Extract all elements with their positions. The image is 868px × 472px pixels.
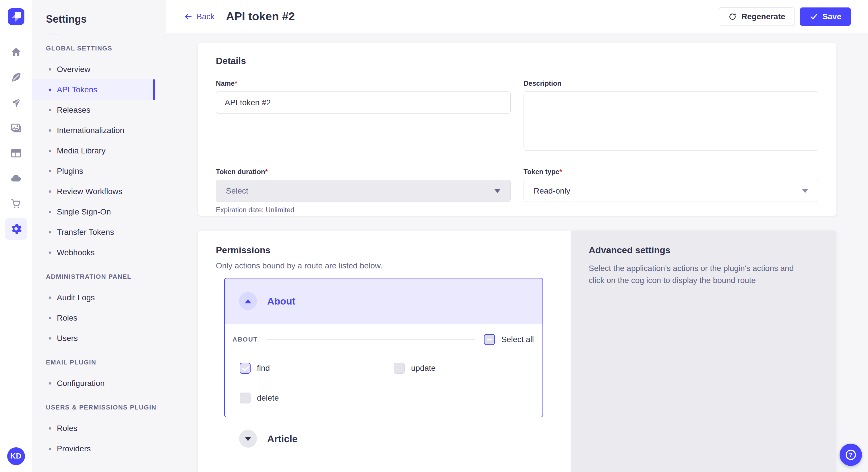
- page-header: Back API token #2 Regenerate Save: [166, 0, 868, 33]
- save-button[interactable]: Save: [800, 7, 851, 26]
- update-label: update: [411, 364, 436, 373]
- cart-icon: [10, 198, 22, 210]
- about-accordion-header[interactable]: About: [225, 278, 542, 324]
- page-content: Details Name* Description Token duration…: [166, 33, 868, 472]
- bullet-icon: [49, 191, 51, 193]
- save-label: Save: [823, 12, 841, 21]
- permission-row-update: update: [394, 363, 534, 374]
- sidebar-item-single-sign-on[interactable]: Single Sign-On: [32, 202, 155, 222]
- sidebar-item-label: Providers: [57, 444, 91, 453]
- nav-marketplace-button[interactable]: [5, 193, 27, 214]
- bullet-icon: [49, 427, 51, 430]
- sidebar-item-email-configuration[interactable]: Configuration: [32, 373, 155, 394]
- sidebar-item-label: Transfer Tokens: [57, 228, 114, 237]
- select-all-label: Select all: [501, 335, 534, 344]
- advanced-settings-panel: Advanced settings Select the application…: [570, 231, 836, 472]
- permissions-card: Permissions Only actions bound by a rout…: [198, 231, 836, 472]
- bullet-icon: [49, 89, 51, 91]
- nav-deploy-button[interactable]: [5, 167, 27, 189]
- delete-label: delete: [257, 394, 279, 403]
- about-accordion: About ABOUT Select all: [224, 278, 543, 417]
- nav-content-button[interactable]: [5, 67, 27, 88]
- nav-media-button[interactable]: [5, 117, 27, 139]
- sidebar-item-label: Roles: [57, 424, 78, 433]
- bullet-icon: [49, 129, 51, 132]
- collapse-toggle[interactable]: [239, 292, 257, 310]
- nav-releases-button[interactable]: [5, 92, 27, 113]
- regenerate-button[interactable]: Regenerate: [719, 7, 795, 26]
- description-input[interactable]: [524, 92, 818, 150]
- expiration-helper-text: Expiration date: Unlimited: [216, 206, 510, 214]
- advanced-settings-description: Select the application's actions or the …: [589, 262, 810, 286]
- sidebar-item-media-library[interactable]: Media Library: [32, 140, 155, 161]
- section-label-global-settings: GLOBAL SETTINGS: [46, 45, 166, 52]
- sidebar-item-overview[interactable]: Overview: [32, 59, 155, 79]
- images-icon: [10, 122, 22, 134]
- about-section-label: ABOUT: [232, 336, 258, 343]
- description-label: Description: [524, 79, 818, 88]
- delete-checkbox[interactable]: [240, 393, 251, 403]
- bullet-icon: [49, 337, 51, 339]
- sidebar-item-up-providers[interactable]: Providers: [32, 438, 155, 459]
- bullet-icon: [49, 251, 51, 254]
- nav-settings-button[interactable]: [5, 218, 27, 240]
- main-nav-rail: KD: [0, 0, 32, 472]
- permissions-heading: Permissions: [216, 245, 570, 256]
- nav-content-type-button[interactable]: [5, 142, 27, 164]
- sidebar-item-label: API Tokens: [57, 85, 97, 94]
- nav-home-button[interactable]: [5, 41, 27, 63]
- name-input[interactable]: [216, 92, 510, 113]
- gear-icon: [10, 223, 22, 235]
- sidebar-item-audit-logs[interactable]: Audit Logs: [32, 287, 155, 308]
- refresh-icon: [728, 12, 737, 21]
- article-accordion-header[interactable]: Article: [224, 430, 543, 448]
- sidebar-item-label: Configuration: [57, 379, 105, 388]
- sidebar-item-internationalization[interactable]: Internationalization: [32, 120, 155, 140]
- find-checkbox[interactable]: [240, 363, 251, 374]
- bullet-icon: [49, 231, 51, 233]
- expand-toggle[interactable]: [239, 430, 257, 448]
- advanced-settings-heading: Advanced settings: [589, 245, 810, 256]
- description-field-group: Description: [524, 79, 818, 152]
- sidebar-item-admin-roles[interactable]: Roles: [32, 308, 155, 328]
- token-type-select[interactable]: Read-only: [524, 180, 818, 202]
- required-asterisk: *: [265, 168, 268, 175]
- section-divider: [266, 339, 475, 340]
- sidebar-item-admin-users[interactable]: Users: [32, 328, 155, 348]
- bullet-icon: [49, 382, 51, 384]
- chevron-up-icon: [245, 299, 251, 303]
- token-type-value: Read-only: [534, 187, 570, 196]
- sidebar-item-plugins[interactable]: Plugins: [32, 161, 155, 181]
- details-heading: Details: [216, 56, 818, 66]
- permission-row-find: find: [240, 363, 394, 374]
- token-duration-select[interactable]: Select: [216, 180, 510, 202]
- sidebar-item-transfer-tokens[interactable]: Transfer Tokens: [32, 222, 155, 242]
- sidebar-item-releases[interactable]: Releases: [32, 100, 155, 120]
- required-asterisk: *: [559, 168, 562, 175]
- chevron-down-icon: [245, 437, 251, 441]
- update-checkbox[interactable]: [394, 363, 405, 374]
- details-card: Details Name* Description Token duration…: [198, 43, 836, 216]
- sidebar-item-review-workflows[interactable]: Review Workflows: [32, 181, 155, 202]
- back-button[interactable]: Back: [183, 12, 214, 22]
- logo-shape: [14, 12, 21, 19]
- back-label: Back: [197, 12, 214, 21]
- section-label-email-plugin: EMAIL PLUGIN: [46, 359, 166, 366]
- layout-icon: [10, 147, 22, 159]
- select-all-checkbox[interactable]: [484, 334, 495, 345]
- sidebar-item-webhooks[interactable]: Webhooks: [32, 242, 155, 263]
- settings-sidebar: Settings GLOBAL SETTINGS Overview API To…: [32, 0, 166, 472]
- permissions-panel: Permissions Only actions bound by a rout…: [198, 231, 570, 472]
- token-type-label: Token type*: [524, 168, 818, 176]
- sidebar-item-up-roles[interactable]: Roles: [32, 418, 155, 438]
- logo-cell: [0, 0, 32, 33]
- help-button[interactable]: ?: [840, 444, 862, 466]
- sidebar-item-api-tokens[interactable]: API Tokens: [32, 79, 155, 100]
- user-avatar[interactable]: KD: [7, 447, 25, 465]
- sidebar-item-label: Roles: [57, 313, 78, 323]
- bullet-icon: [49, 297, 51, 299]
- bullet-icon: [49, 211, 51, 213]
- svg-text:?: ?: [849, 451, 853, 458]
- feather-icon: [10, 71, 22, 83]
- strapi-logo[interactable]: [8, 8, 24, 25]
